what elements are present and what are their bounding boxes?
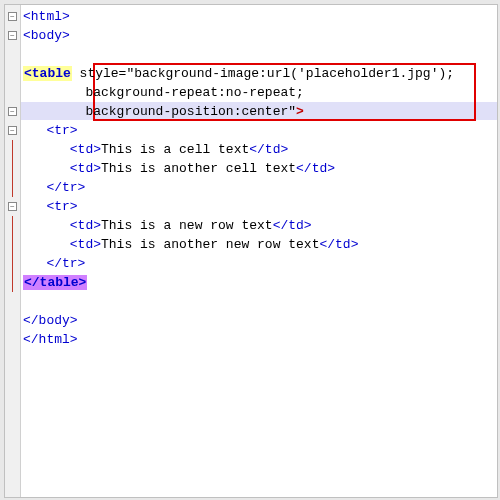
fold-toggle-icon[interactable]: − (8, 107, 17, 116)
code-tag: <td> (23, 218, 101, 233)
fold-line (12, 216, 13, 235)
code-tag: </body> (23, 313, 78, 328)
code-editor: − − − − − <html> <body> <table style="ba… (4, 4, 498, 498)
code-tag: </td> (249, 142, 288, 157)
code-tag: </tr> (23, 180, 85, 195)
cell-text: This is another new row text (101, 237, 319, 252)
style-attr: style="background-image:url('placeholder… (72, 66, 454, 81)
fold-line (12, 140, 13, 159)
code-tag: </tr> (23, 256, 85, 271)
code-tag: <tr> (23, 199, 78, 214)
code-tag: <td> (23, 142, 101, 157)
fold-line (12, 235, 13, 254)
code-tag: </td> (296, 161, 335, 176)
fold-line (12, 273, 13, 292)
tag-close-bracket: > (296, 104, 304, 119)
style-attr: background-position:center" (23, 104, 296, 119)
cell-text: This is another cell text (101, 161, 296, 176)
code-tag: <tr> (23, 123, 78, 138)
fold-toggle-icon[interactable]: − (8, 202, 17, 211)
code-tag: </td> (319, 237, 358, 252)
code-tag: </html> (23, 332, 78, 347)
blank-line (23, 45, 497, 64)
blank-line (23, 292, 497, 311)
code-tag: <body> (23, 28, 70, 43)
cell-text: This is a cell text (101, 142, 249, 157)
fold-line (12, 178, 13, 197)
code-area[interactable]: <html> <body> <table style="background-i… (21, 5, 497, 497)
fold-toggle-icon[interactable]: − (8, 126, 17, 135)
code-tag: <td> (23, 237, 101, 252)
code-tag: <td> (23, 161, 101, 176)
fold-line (12, 159, 13, 178)
code-tag: </td> (273, 218, 312, 233)
style-attr: background-repeat:no-repeat; (23, 85, 304, 100)
table-open-tag: <table (23, 66, 72, 81)
fold-gutter: − − − − − (5, 5, 21, 497)
table-close-tag: </table> (23, 275, 87, 290)
fold-line (12, 254, 13, 273)
code-tag: <html> (23, 9, 70, 24)
fold-toggle-icon[interactable]: − (8, 12, 17, 21)
fold-toggle-icon[interactable]: − (8, 31, 17, 40)
cell-text: This is a new row text (101, 218, 273, 233)
